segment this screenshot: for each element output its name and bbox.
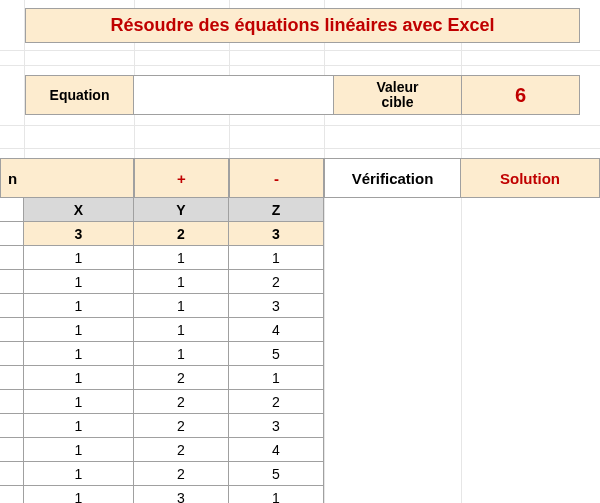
cell-z[interactable]: 1 [229, 366, 324, 390]
title-text: Résoudre des équations linéaires avec Ex… [110, 15, 494, 36]
table-row: 121 [0, 366, 324, 390]
var-x[interactable]: X [24, 198, 134, 222]
cell-x[interactable]: 1 [24, 438, 134, 462]
cell-y[interactable]: 2 [134, 438, 229, 462]
header-blank[interactable] [24, 158, 134, 198]
table-row: 122 [0, 390, 324, 414]
var-y[interactable]: Y [134, 198, 229, 222]
cell-x[interactable]: 1 [24, 390, 134, 414]
cell-y[interactable]: 1 [134, 270, 229, 294]
cell-x[interactable]: 1 [24, 318, 134, 342]
table-row: 124 [0, 438, 324, 462]
cell-y[interactable]: 1 [134, 246, 229, 270]
table-row: 131 [0, 486, 324, 503]
table-row: 113 [0, 294, 324, 318]
cell-z[interactable]: 4 [229, 318, 324, 342]
data-table: X Y Z 3 2 3 111 112 113 114 115 121 122 … [0, 198, 324, 503]
header-verification[interactable]: Vérification [324, 158, 461, 198]
var-z[interactable]: Z [229, 198, 324, 222]
cell-y[interactable]: 2 [134, 366, 229, 390]
cell-y[interactable]: 1 [134, 342, 229, 366]
cell-y[interactable]: 2 [134, 390, 229, 414]
target-label-line1: Valeur [376, 80, 418, 95]
cell-x[interactable]: 1 [24, 294, 134, 318]
cell-blank[interactable] [0, 198, 24, 222]
cell-y[interactable]: 1 [134, 294, 229, 318]
cell-blank[interactable] [0, 222, 24, 246]
table-row: 115 [0, 342, 324, 366]
table-row: 123 [0, 414, 324, 438]
coef-z[interactable]: 3 [229, 222, 324, 246]
page-title: Résoudre des équations linéaires avec Ex… [25, 8, 580, 43]
cell-x[interactable]: 1 [24, 414, 134, 438]
target-label-line2: cible [382, 95, 414, 110]
header-plus[interactable]: + [134, 158, 229, 198]
coef-x[interactable]: 3 [24, 222, 134, 246]
cell-x[interactable]: 1 [24, 486, 134, 503]
cell-z[interactable]: 5 [229, 462, 324, 486]
cell-x[interactable]: 1 [24, 246, 134, 270]
variable-row: X Y Z [0, 198, 324, 222]
header-solution[interactable]: Solution [461, 158, 600, 198]
table-header-row: n + - Vérification Solution [0, 158, 600, 198]
table-row: 114 [0, 318, 324, 342]
cell-x[interactable]: 1 [24, 270, 134, 294]
cell-y[interactable]: 3 [134, 486, 229, 503]
table-row: 112 [0, 270, 324, 294]
cell-z[interactable]: 3 [229, 414, 324, 438]
coefficient-row: 3 2 3 [0, 222, 324, 246]
equation-label: Equation [26, 76, 134, 114]
cell-x[interactable]: 1 [24, 462, 134, 486]
coef-y[interactable]: 2 [134, 222, 229, 246]
table-row: 125 [0, 462, 324, 486]
target-label: Valeur cible [334, 76, 462, 114]
cell-z[interactable]: 4 [229, 438, 324, 462]
cell-z[interactable]: 3 [229, 294, 324, 318]
table-row: 111 [0, 246, 324, 270]
cell-z[interactable]: 1 [229, 486, 324, 503]
cell-z[interactable]: 2 [229, 390, 324, 414]
header-minus[interactable]: - [229, 158, 324, 198]
cell-y[interactable]: 2 [134, 462, 229, 486]
cell-z[interactable]: 2 [229, 270, 324, 294]
cell-z[interactable]: 1 [229, 246, 324, 270]
cell-x[interactable]: 1 [24, 366, 134, 390]
spreadsheet-view: Résoudre des équations linéaires avec Ex… [0, 0, 600, 503]
target-value[interactable]: 6 [462, 76, 579, 114]
equation-row: Equation Valeur cible 6 [25, 75, 580, 115]
cell-z[interactable]: 5 [229, 342, 324, 366]
header-n[interactable]: n [0, 158, 24, 198]
equation-input[interactable] [134, 76, 334, 114]
cell-y[interactable]: 2 [134, 414, 229, 438]
cell-x[interactable]: 1 [24, 342, 134, 366]
cell-y[interactable]: 1 [134, 318, 229, 342]
